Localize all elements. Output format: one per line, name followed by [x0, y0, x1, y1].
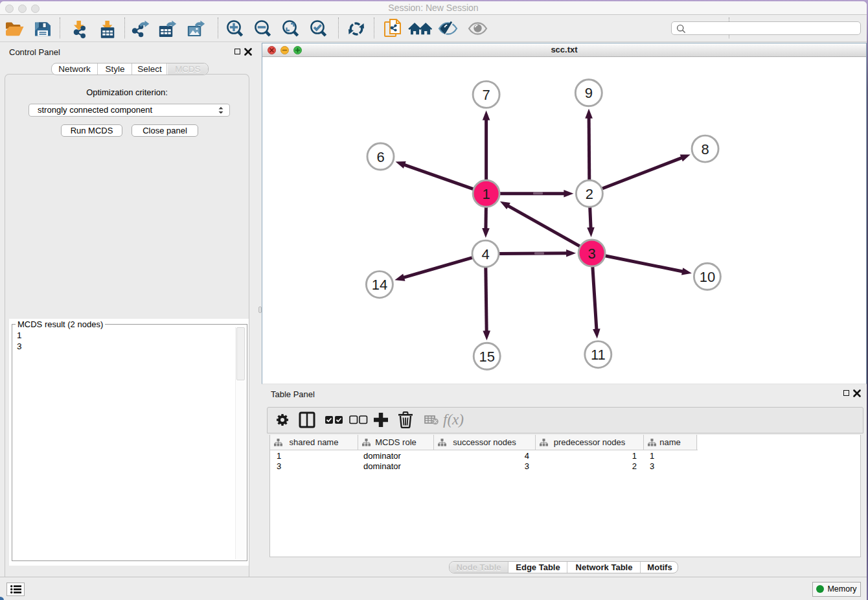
svg-text:4: 4 — [481, 246, 489, 262]
svg-text:15: 15 — [479, 349, 494, 365]
svg-text:f(x): f(x) — [443, 411, 464, 428]
svg-text:3: 3 — [588, 246, 595, 262]
svg-text:6: 6 — [376, 149, 384, 165]
svg-text:7: 7 — [482, 87, 490, 103]
svg-text:10: 10 — [700, 269, 715, 285]
svg-text:2: 2 — [586, 186, 593, 202]
svg-text:1: 1 — [482, 186, 490, 202]
svg-text:11: 11 — [591, 347, 606, 363]
svg-text:8: 8 — [701, 141, 709, 157]
svg-text:14: 14 — [372, 277, 387, 293]
svg-text:9: 9 — [585, 85, 593, 101]
